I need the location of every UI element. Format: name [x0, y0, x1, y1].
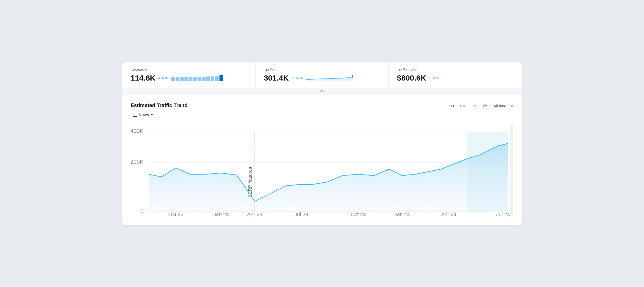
metrics-bar: Keywords 114.6K 4.39% — [122, 62, 522, 88]
time-range-buttons: 1M 6M 1Y 2Y All time — [449, 102, 506, 109]
bar-1 — [171, 77, 175, 81]
keywords-metric: Keywords 114.6K 4.39% — [122, 62, 256, 88]
notes-button[interactable]: Notes ▼ — [131, 111, 155, 118]
svg-rect-1 — [133, 113, 137, 117]
svg-text:Jul 24: Jul 24 — [496, 212, 510, 217]
svg-text:400K: 400K — [131, 128, 144, 134]
traffic-cost-value: $800.6K — [397, 74, 426, 82]
svg-text:Jan 23: Jan 23 — [213, 212, 229, 217]
traffic-pct: 11.67% — [291, 76, 303, 80]
bar-5 — [189, 77, 192, 81]
bar-11 — [215, 76, 219, 81]
svg-text:Apr 23: Apr 23 — [247, 212, 262, 217]
svg-text:Oct 23: Oct 23 — [351, 212, 366, 217]
bar-10 — [211, 76, 214, 81]
main-card: Keywords 114.6K 4.39% — [122, 62, 522, 225]
traffic-value: 301.4K — [264, 74, 289, 82]
bar-2 — [176, 77, 179, 81]
collapse-indicator[interactable] — [122, 88, 522, 95]
chart-header-right: 1M 6M 1Y 2Y All time × — [449, 102, 513, 109]
bar-sparkline — [171, 75, 223, 81]
bar-4 — [184, 77, 188, 81]
chart-panel: Estimated Traffic Trend Notes ▼ 1M 6M 1Y — [122, 95, 522, 225]
keywords-label: Keywords — [131, 68, 247, 72]
chevron-down-icon: ▼ — [150, 113, 153, 116]
traffic-trend-chart: 400K 200K 0 SERP features Oct 22 Jan 23 … — [131, 124, 513, 217]
traffic-label: Traffic — [264, 68, 380, 72]
time-btn-1y[interactable]: 1Y — [472, 103, 476, 109]
svg-text:Apr 24: Apr 24 — [441, 212, 456, 217]
chart-title: Estimated Traffic Trend — [131, 102, 188, 108]
svg-text:0: 0 — [140, 207, 143, 214]
keywords-pct: 4.39% — [158, 76, 168, 80]
chart-area: 400K 200K 0 SERP features Oct 22 Jan 23 … — [131, 124, 513, 217]
bar-7 — [198, 77, 201, 81]
traffic-sparkline — [306, 75, 353, 81]
bar-3 — [180, 77, 184, 81]
traffic-cost-pct: 10.43% — [429, 76, 440, 80]
time-btn-1m[interactable]: 1M — [449, 103, 454, 109]
bar-6 — [193, 77, 197, 81]
notes-icon — [133, 113, 137, 117]
traffic-cost-label: Traffic Cost — [397, 68, 513, 72]
bar-9 — [206, 76, 210, 81]
chart-header: Estimated Traffic Trend Notes ▼ 1M 6M 1Y — [131, 102, 513, 118]
close-button[interactable]: × — [510, 103, 513, 109]
svg-text:Oct 22: Oct 22 — [168, 212, 183, 217]
svg-text:Jan 24: Jan 24 — [394, 212, 410, 217]
chart-header-left: Estimated Traffic Trend Notes ▼ — [131, 102, 188, 118]
keywords-sparkline — [171, 75, 223, 81]
time-btn-2y[interactable]: 2Y — [483, 102, 487, 109]
svg-text:200K: 200K — [131, 159, 144, 165]
chart-scrollbar[interactable] — [510, 124, 513, 217]
time-btn-6m[interactable]: 6M — [460, 103, 466, 109]
traffic-cost-metric: Traffic Cost $800.6K 10.43% — [389, 62, 522, 88]
svg-text:Jul 23: Jul 23 — [294, 212, 308, 217]
traffic-line-sparkline — [306, 75, 353, 81]
bar-12 — [219, 75, 223, 81]
traffic-metric: Traffic 301.4K 11.67% — [256, 62, 389, 88]
keywords-value: 114.6K — [131, 74, 156, 82]
bar-8 — [202, 77, 206, 81]
chevron-up-icon — [319, 90, 325, 93]
notes-label: Notes — [139, 112, 149, 117]
time-btn-alltime[interactable]: All time — [494, 103, 506, 109]
